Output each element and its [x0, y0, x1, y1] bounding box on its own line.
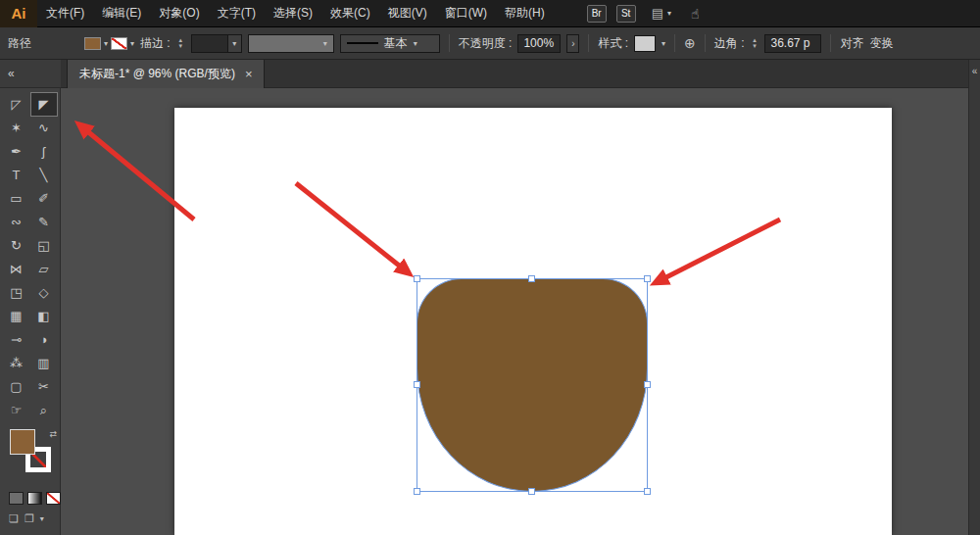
menu-edit[interactable]: 编辑(E) — [93, 5, 150, 22]
menu-help[interactable]: 帮助(H) — [496, 5, 554, 22]
workspace-icon: ▤ — [652, 6, 663, 21]
zoom-tool[interactable]: ⌕ — [31, 399, 57, 421]
collapse-panel-icon[interactable]: « — [8, 67, 15, 80]
apply-color-buttons — [9, 492, 61, 505]
opacity-input[interactable]: 100% — [517, 34, 561, 53]
stroke-color-swatch[interactable] — [111, 37, 127, 50]
shape-builder-tool[interactable]: ◳ — [4, 281, 29, 304]
width-tool[interactable]: ⋈ — [4, 258, 29, 280]
opacity-value: 100% — [523, 36, 554, 50]
stroke-profile-line-icon — [347, 42, 378, 44]
column-graph-tool[interactable]: ▥ — [31, 352, 57, 374]
fill-stroke-indicator: ⇄ — [10, 429, 55, 476]
globe-icon[interactable]: ⊕ — [684, 35, 696, 51]
rectangle-tool[interactable]: ▭ — [4, 187, 29, 210]
right-panel-dock[interactable]: « — [968, 60, 980, 535]
swap-fill-stroke-icon[interactable]: ⇄ — [49, 429, 57, 439]
selection-handle[interactable] — [644, 275, 651, 282]
lasso-tool[interactable]: ∿ — [31, 117, 57, 139]
color-button[interactable] — [9, 492, 24, 505]
bridge-button[interactable]: Br — [587, 5, 607, 23]
tool-grid: ◸◤✶∿✒ʃT╲▭✐∾✎↻◱⋈▱◳◇▦◧⊸◑⁂▥▢✂☞⌕ — [0, 88, 60, 421]
close-icon[interactable]: × — [245, 67, 253, 81]
pen-tool[interactable]: ✒ — [4, 140, 29, 163]
corner-radius-stepper[interactable]: ▴ ▾ — [750, 37, 759, 50]
canvas[interactable] — [62, 88, 968, 535]
corner-radius-input[interactable]: 36.67 p — [764, 34, 821, 53]
gradient-button[interactable] — [27, 492, 42, 505]
stepper-down-icon[interactable]: ▾ — [753, 43, 757, 49]
document-tab[interactable]: 未标题-1* @ 96% (RGB/预览) × — [67, 60, 265, 88]
menubar-right-icons: Br St ▤ ▾ ☝ — [587, 5, 700, 23]
draw-behind-icon[interactable]: ❐ — [24, 513, 34, 524]
type-tool[interactable]: T — [4, 164, 29, 186]
eyedropper-tool[interactable]: ⊸ — [4, 328, 29, 351]
selection-handle[interactable] — [414, 488, 420, 495]
stock-button[interactable]: St — [616, 5, 636, 23]
menu-file[interactable]: 文件(F) — [37, 5, 93, 22]
stroke-weight-input[interactable] — [191, 34, 228, 53]
transform-label[interactable]: 变换 — [869, 35, 893, 52]
gesture-hand-icon[interactable]: ☝ — [691, 6, 700, 22]
opacity-label[interactable]: 不透明度 : — [459, 35, 513, 52]
selection-handle[interactable] — [414, 275, 420, 282]
menu-view[interactable]: 视图(V) — [379, 5, 436, 22]
selection-handle[interactable] — [644, 381, 651, 388]
curvature-tool[interactable]: ʃ — [31, 140, 57, 163]
chevron-down-icon[interactable]: ▾ — [40, 515, 44, 523]
stroke-weight-dropdown-button[interactable]: ▾ — [228, 34, 242, 53]
menu-window[interactable]: 窗口(W) — [436, 5, 496, 22]
selection-handle[interactable] — [414, 381, 420, 388]
stroke-weight-stepper[interactable]: ▴ ▾ — [176, 37, 185, 50]
blend-tool[interactable]: ◑ — [31, 328, 57, 351]
selection-handle[interactable] — [644, 488, 651, 495]
stroke-weight-label: 描边 : — [140, 35, 171, 52]
brush-definition-dropdown[interactable]: ▾ — [248, 34, 334, 53]
pencil-tool[interactable]: ✎ — [31, 211, 57, 233]
menu-type[interactable]: 文字(T) — [209, 5, 265, 22]
divider — [674, 34, 675, 52]
menu-select[interactable]: 选择(S) — [265, 5, 321, 22]
symbol-sprayer-tool[interactable]: ⁂ — [4, 352, 29, 374]
graphic-style-swatch[interactable] — [634, 35, 656, 52]
paintbrush-tool[interactable]: ✐ — [31, 187, 57, 210]
mesh-tool[interactable]: ▦ — [4, 305, 29, 327]
collapse-panel-icon[interactable]: « — [972, 66, 978, 76]
stepper-down-icon[interactable]: ▾ — [178, 43, 182, 49]
line-segment-tool[interactable]: ╲ — [31, 164, 57, 186]
perspective-grid-tool[interactable]: ◇ — [31, 281, 57, 304]
divider — [830, 34, 831, 52]
workspace-switcher[interactable]: ▤ ▾ — [652, 6, 671, 21]
align-label[interactable]: 对齐 — [840, 35, 863, 52]
menu-effect[interactable]: 效果(C) — [321, 5, 379, 22]
opacity-panel-arrow-button[interactable]: › — [566, 34, 579, 53]
divider — [705, 34, 706, 52]
selection-handle[interactable] — [528, 275, 535, 282]
divider — [588, 34, 589, 52]
stroke-profile-dropdown[interactable]: 基本 ▾ — [340, 34, 440, 53]
fill-color-indicator[interactable] — [10, 429, 35, 455]
artboard-tool[interactable]: ▢ — [4, 375, 29, 398]
stroke-profile-value: 基本 — [384, 35, 408, 52]
chevron-down-icon: ▾ — [232, 39, 236, 48]
direct-selection-tool[interactable]: ◤ — [31, 93, 57, 116]
rotate-tool[interactable]: ↻ — [4, 234, 29, 257]
selection-tool[interactable]: ◸ — [4, 93, 29, 116]
app-logo: Ai — [0, 0, 37, 27]
hand-tool[interactable]: ☞ — [4, 399, 29, 421]
shaper-tool[interactable]: ∾ — [4, 211, 29, 233]
menu-object[interactable]: 对象(O) — [150, 5, 208, 22]
selection-handle[interactable] — [528, 488, 535, 495]
none-button[interactable] — [46, 492, 61, 505]
free-transform-tool[interactable]: ▱ — [31, 258, 57, 280]
gradient-tool[interactable]: ◧ — [31, 305, 57, 327]
magic-wand-tool[interactable]: ✶ — [4, 117, 29, 139]
tools-panel: ◸◤✶∿✒ʃT╲▭✐∾✎↻◱⋈▱◳◇▦◧⊸◑⁂▥▢✂☞⌕ ⇄ ❏ ❐ ▾ — [0, 88, 61, 535]
draw-normal-icon[interactable]: ❏ — [9, 513, 19, 524]
slice-tool[interactable]: ✂ — [31, 375, 57, 398]
scale-tool[interactable]: ◱ — [31, 234, 57, 257]
fill-color-swatch[interactable] — [84, 37, 101, 50]
chevron-down-icon[interactable]: ▾ — [104, 39, 108, 48]
chevron-down-icon[interactable]: ▾ — [130, 39, 134, 48]
chevron-down-icon[interactable]: ▾ — [662, 39, 665, 48]
